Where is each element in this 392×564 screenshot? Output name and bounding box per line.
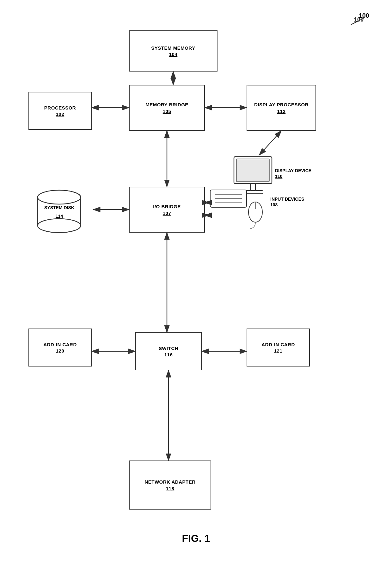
input-devices-icon: [209, 188, 266, 229]
svg-line-21: [259, 131, 281, 155]
system-memory-num: 104: [169, 52, 178, 57]
processor-box: PROCESSOR 102: [28, 92, 92, 130]
svg-point-9: [38, 190, 81, 204]
system-disk-label: SYSTEM DISK: [32, 205, 87, 210]
network-adapter-num: 118: [166, 486, 175, 491]
addin-card-120-label: ADD-IN CARD: [43, 342, 77, 348]
switch-box: SWITCH 116: [135, 332, 202, 370]
processor-label: PROCESSOR: [44, 105, 76, 111]
system-memory-label: SYSTEM MEMORY: [151, 45, 195, 51]
system-memory-box: SYSTEM MEMORY 104: [129, 30, 217, 72]
addin-card-121-num: 121: [274, 348, 283, 354]
svg-point-8: [38, 219, 81, 233]
figure-label: FIG. 1: [0, 533, 392, 544]
diagram-ref-100: 100: [359, 12, 369, 19]
display-processor-box: DISPLAY PROCESSOR 112: [247, 85, 316, 131]
memory-bridge-box: MEMORY BRIDGE 105: [129, 85, 205, 131]
switch-label: SWITCH: [159, 345, 178, 352]
io-bridge-num: 107: [163, 210, 171, 216]
addin-card-120-num: 120: [56, 348, 64, 354]
display-processor-num: 112: [277, 109, 286, 114]
addin-card-120-box: ADD-IN CARD 120: [28, 329, 92, 367]
network-adapter-label: NETWORK ADAPTER: [144, 479, 195, 485]
display-processor-label: DISPLAY PROCESSOR: [254, 102, 309, 108]
system-disk-num: 114: [32, 214, 87, 219]
diagram: 100 SYSTEM MEMORY 104 PROCESSOR 102 MEMO…: [0, 0, 392, 564]
processor-num: 102: [56, 111, 64, 117]
switch-num: 116: [164, 352, 173, 357]
io-bridge-label: I/O BRIDGE: [153, 204, 181, 210]
input-devices-label: INPUT DEVICES 108: [270, 196, 304, 208]
memory-bridge-num: 105: [163, 109, 171, 114]
io-bridge-box: I/O BRIDGE 107: [129, 187, 205, 233]
network-adapter-box: NETWORK ADAPTER 118: [129, 461, 211, 510]
addin-card-121-box: ADD-IN CARD 121: [247, 329, 310, 367]
system-disk-icon: SYSTEM DISK 114: [32, 182, 87, 237]
addin-card-121-label: ADD-IN CARD: [261, 342, 295, 348]
memory-bridge-label: MEMORY BRIDGE: [145, 102, 188, 108]
display-device-label: DISPLAY DEVICE 110: [275, 168, 311, 179]
svg-rect-1: [236, 159, 269, 182]
